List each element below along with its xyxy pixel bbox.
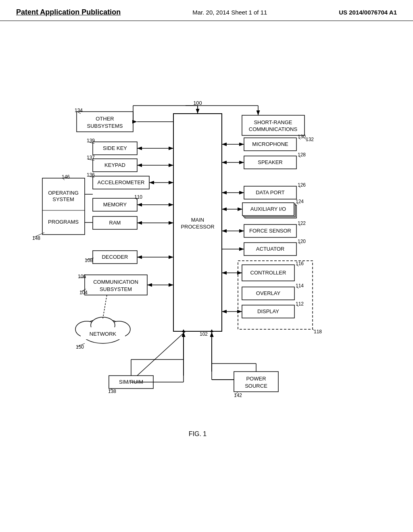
comm-subsystem-label2: SUBSYSTEM xyxy=(100,286,132,292)
accelerometer-label: ACCELEROMETER xyxy=(97,179,144,185)
patent-diagram: .box-text { font-family: Arial, sans-ser… xyxy=(0,25,413,509)
ref-112: 112 xyxy=(296,301,304,307)
lightning-line xyxy=(103,295,107,318)
ref-118: 118 xyxy=(314,329,322,335)
ref-150: 150 xyxy=(76,344,84,350)
memory-label: MEMORY xyxy=(103,202,127,208)
comm-subsystem-label1: COMMUNICATION xyxy=(93,279,138,285)
main-processor-ref: 102 xyxy=(200,331,208,337)
ref-138: 138 xyxy=(108,389,116,394)
ref-128: 128 xyxy=(298,152,306,158)
actuator-label: ACTUATOR xyxy=(256,246,284,252)
microphone-label: MICROPHONE xyxy=(252,141,288,147)
data-port-label: DATA PORT xyxy=(256,189,285,195)
os-label1: OPERATING xyxy=(48,190,79,196)
short-range-label1: SHORT-RANGE xyxy=(254,119,292,125)
publication-label: Patent Application Publication xyxy=(16,8,121,17)
page-header: Patent Application Publication Mar. 20, … xyxy=(0,0,413,21)
side-key-label: SIDE KEY xyxy=(103,145,127,151)
other-subsystems-label1: OTHER xyxy=(96,116,114,122)
speaker-label: SPEAKER xyxy=(258,159,282,165)
ref-110: 110 xyxy=(134,194,142,200)
other-subsystems-label2: SUBSYSTEMS xyxy=(87,123,123,129)
main-processor-label2: PROCESSOR xyxy=(181,224,214,230)
overlay-label: OVERLAY xyxy=(256,290,281,296)
display-label: DISPLAY xyxy=(257,308,279,314)
line-sim-left xyxy=(137,331,186,376)
ref-146: 146 xyxy=(62,174,70,180)
power-source-label2: SOURCE xyxy=(245,383,267,389)
programs-label: PROGRAMS xyxy=(48,219,79,225)
ref-104: 104 xyxy=(79,290,88,295)
ref-136: 136 xyxy=(87,172,95,178)
ref-130: 130 xyxy=(298,134,306,139)
decoder-label: DECODER xyxy=(102,254,128,260)
publication-number: US 2014/0076704 A1 xyxy=(339,9,397,16)
ram-label: RAM xyxy=(109,220,121,226)
ref-122: 122 xyxy=(298,220,306,226)
ref-116: 116 xyxy=(296,261,304,266)
title-100: 100 xyxy=(193,100,202,106)
ref-132: 132 xyxy=(306,137,314,142)
controller-label: CONTROLLER xyxy=(250,270,286,276)
os-label2: SYSTEM xyxy=(52,196,74,202)
diagram-area: .box-text { font-family: Arial, sans-ser… xyxy=(0,25,413,509)
main-processor-label: MAIN xyxy=(191,217,204,223)
arrow-sim-tip xyxy=(182,329,185,332)
os-programs-box xyxy=(42,178,85,235)
short-range-label2: COMMUNICATIONS xyxy=(249,126,298,132)
publication-date: Mar. 20, 2014 Sheet 1 of 11 xyxy=(192,9,267,16)
ref-114: 114 xyxy=(296,283,304,289)
keypad-label: KEYPAD xyxy=(104,162,125,168)
power-source-label1: POWER xyxy=(246,376,266,382)
ref-126: 126 xyxy=(298,182,306,188)
ref-124: 124 xyxy=(296,199,304,204)
ref-142: 142 xyxy=(234,393,242,398)
network-label: NETWORK xyxy=(90,331,117,337)
fig-caption: FIG. 1 xyxy=(189,430,207,437)
force-sensor-label: FORCE SENSOR xyxy=(249,228,291,234)
ref-120: 120 xyxy=(298,239,306,244)
aux-io-label: AUXILIARY I/O xyxy=(250,206,286,212)
arrow-power-tip xyxy=(210,329,213,332)
ref-106: 106 xyxy=(78,274,86,279)
